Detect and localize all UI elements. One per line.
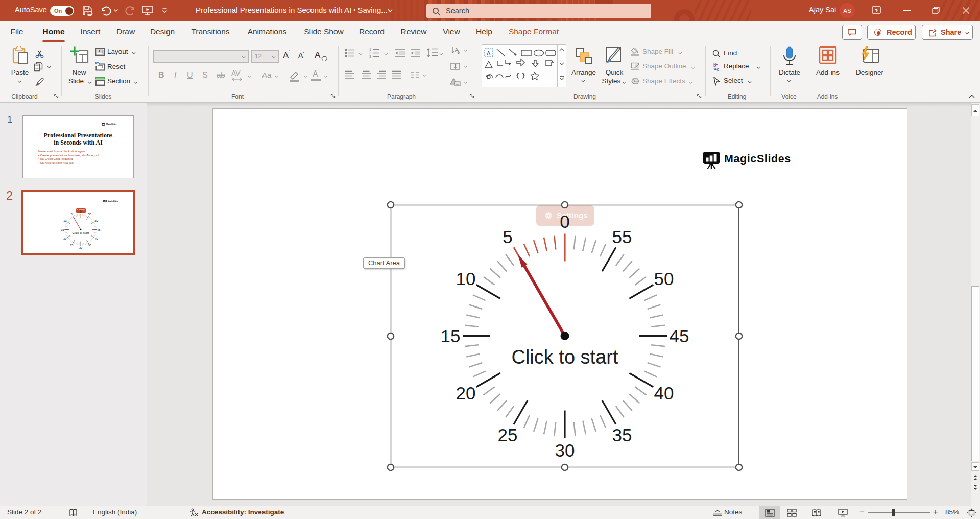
- svg-text:55: 55: [88, 213, 91, 216]
- svg-text:0: 0: [80, 210, 81, 213]
- svg-text:35: 35: [88, 244, 91, 247]
- svg-text:25: 25: [498, 425, 518, 445]
- svg-text:Click to start: Click to start: [72, 231, 89, 234]
- svg-text:10: 10: [63, 219, 66, 222]
- svg-text:15: 15: [441, 326, 461, 346]
- svg-text:A: A: [455, 47, 459, 53]
- svg-text:Click to start: Click to start: [511, 346, 618, 368]
- svg-text:25: 25: [70, 244, 73, 247]
- svg-text:20: 20: [456, 383, 476, 403]
- svg-text:30: 30: [79, 246, 82, 249]
- svg-text:45: 45: [670, 326, 689, 346]
- svg-text:40: 40: [654, 383, 674, 403]
- svg-text:3: 3: [369, 55, 371, 58]
- svg-text:20: 20: [63, 237, 66, 240]
- svg-text:5: 5: [71, 213, 73, 216]
- svg-text:45: 45: [97, 228, 100, 231]
- svg-text:A: A: [487, 50, 491, 56]
- svg-text:50: 50: [95, 219, 98, 222]
- svg-text:10: 10: [456, 269, 476, 289]
- svg-text:0: 0: [560, 211, 569, 231]
- svg-text:55: 55: [612, 227, 632, 247]
- svg-text:40: 40: [95, 237, 98, 240]
- svg-text:c: c: [716, 67, 719, 72]
- svg-text:2: 2: [369, 51, 371, 55]
- svg-text:30: 30: [555, 440, 575, 460]
- svg-text:50: 50: [654, 269, 674, 289]
- svg-text:35: 35: [612, 425, 632, 445]
- svg-text:5: 5: [503, 227, 512, 247]
- svg-text:15: 15: [61, 228, 64, 231]
- svg-text:1: 1: [369, 48, 371, 51]
